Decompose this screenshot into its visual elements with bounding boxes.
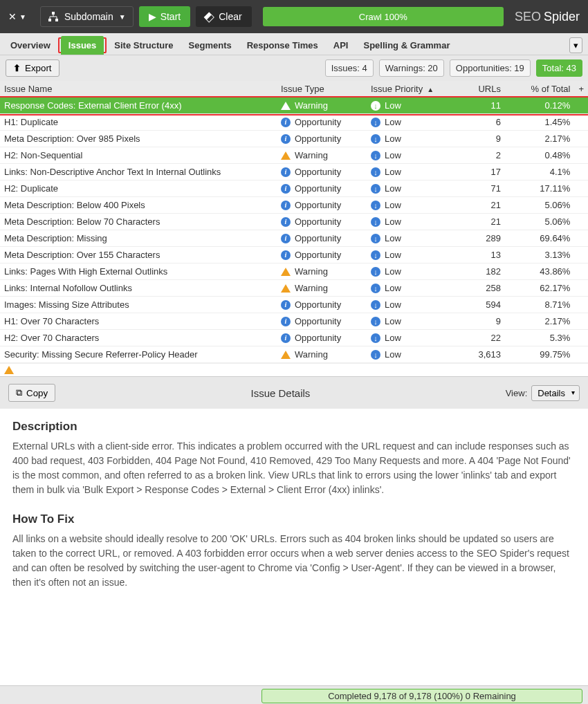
table-row[interactable]: Meta Description: Below 400 PixelsOpport… bbox=[0, 197, 588, 214]
issue-priority-cell: Low bbox=[367, 214, 457, 230]
pct-cell: 4.1% bbox=[505, 164, 574, 180]
urls-cell: 182 bbox=[457, 263, 505, 280]
urls-cell: 11 bbox=[457, 98, 505, 114]
urls-cell: 17 bbox=[457, 164, 505, 180]
copy-button[interactable]: ⧉ Copy bbox=[8, 384, 55, 402]
svg-rect-2 bbox=[55, 19, 58, 21]
tab-spelling-grammar[interactable]: Spelling & Grammar bbox=[356, 36, 457, 55]
table-row[interactable]: Links: Non-Descriptive Anchor Text In In… bbox=[0, 164, 588, 180]
table-row[interactable]: Meta Description: Below 70 CharactersOpp… bbox=[0, 214, 588, 230]
main-tabs: OverviewIssuesSite StructureSegmentsResp… bbox=[0, 33, 588, 55]
subdomain-mode-select[interactable]: Subdomain ▼ bbox=[40, 6, 134, 27]
issue-priority-cell: Low bbox=[367, 131, 457, 147]
table-row[interactable]: Meta Description: Over 155 CharactersOpp… bbox=[0, 247, 588, 263]
how-to-fix-heading: How To Fix bbox=[12, 512, 576, 526]
issue-type-cell: Warning bbox=[277, 147, 367, 164]
pct-cell: 1.45% bbox=[505, 114, 574, 131]
tab-response-times[interactable]: Response Times bbox=[239, 36, 326, 55]
tab-overview[interactable]: Overview bbox=[3, 36, 58, 55]
priority-low-icon bbox=[371, 134, 380, 144]
warning-icon bbox=[281, 151, 291, 160]
tabs-overflow-button[interactable]: ▾ bbox=[569, 37, 582, 53]
pct-cell: 8.71% bbox=[505, 297, 574, 313]
issue-name-cell: H1: Over 70 Characters bbox=[0, 313, 277, 330]
pct-cell: 2.17% bbox=[505, 313, 574, 330]
chevron-down-icon[interactable]: ▼ bbox=[19, 13, 26, 21]
close-icon[interactable]: ✕ bbox=[8, 11, 17, 22]
urls-cell: 9 bbox=[457, 313, 505, 330]
pct-cell: 5.3% bbox=[505, 330, 574, 346]
urls-cell: 6 bbox=[457, 114, 505, 131]
table-row[interactable]: H1: DuplicateOpportunityLow61.45% bbox=[0, 114, 588, 131]
start-button[interactable]: ▶ Start bbox=[139, 6, 191, 27]
table-row[interactable]: H2: Over 70 CharactersOpportunityLow225.… bbox=[0, 330, 588, 346]
main-toolbar: ✕ ▼ Subdomain ▼ ▶ Start ◧ Clear Crawl 10… bbox=[0, 0, 588, 33]
issue-name-cell: Meta Description: Over 985 Pixels bbox=[0, 131, 277, 147]
table-row[interactable]: Meta Description: Over 985 PixelsOpportu… bbox=[0, 131, 588, 147]
col-issue-name[interactable]: Issue Name bbox=[0, 81, 277, 98]
col-pct[interactable]: % of Total bbox=[505, 81, 574, 98]
how-to-fix-text: All links on a website should ideally re… bbox=[12, 532, 576, 590]
issues-count-chip[interactable]: Issues: 4 bbox=[325, 59, 374, 77]
priority-low-icon bbox=[371, 201, 380, 210]
details-title: Issue Details bbox=[55, 387, 506, 399]
issue-priority-cell: Low bbox=[367, 247, 457, 263]
issue-name-cell: H2: Duplicate bbox=[0, 180, 277, 197]
urls-cell: 71 bbox=[457, 180, 505, 197]
table-row[interactable]: Links: Internal Nofollow OutlinksWarning… bbox=[0, 280, 588, 297]
pct-cell: 3.13% bbox=[505, 247, 574, 263]
issue-priority-cell: Low bbox=[367, 164, 457, 180]
issue-name-cell: H2: Over 70 Characters bbox=[0, 330, 277, 346]
table-row[interactable]: H2: Non-SequentialWarningLow20.48% bbox=[0, 147, 588, 164]
warning-icon bbox=[281, 351, 291, 359]
issue-type-cell: Opportunity bbox=[277, 297, 367, 313]
total-count-chip[interactable]: Total: 43 bbox=[536, 59, 582, 77]
clear-button[interactable]: ◧ Clear bbox=[196, 6, 251, 27]
issue-name-cell: H2: Non-Sequential bbox=[0, 147, 277, 164]
svg-rect-0 bbox=[52, 12, 55, 15]
urls-cell: 21 bbox=[457, 214, 505, 230]
tab-segments[interactable]: Segments bbox=[181, 36, 239, 55]
tab-site-structure[interactable]: Site Structure bbox=[107, 36, 181, 55]
table-row[interactable]: H2: DuplicateOpportunityLow7117.11% bbox=[0, 180, 588, 197]
table-row[interactable]: H1: Over 70 CharactersOpportunityLow92.1… bbox=[0, 313, 588, 330]
view-select[interactable]: Details bbox=[531, 385, 580, 401]
tab-api[interactable]: API bbox=[326, 36, 356, 55]
priority-low-icon bbox=[371, 167, 380, 177]
issue-priority-cell: Low bbox=[367, 230, 457, 247]
tab-issues[interactable]: Issues bbox=[61, 36, 104, 55]
status-progress: Completed 9,178 of 9,178 (100%) 0 Remain… bbox=[261, 689, 582, 703]
issue-type-cell: Opportunity bbox=[277, 247, 367, 263]
priority-low-icon bbox=[371, 284, 380, 293]
export-button[interactable]: ⬆ Export bbox=[6, 59, 59, 77]
priority-low-icon bbox=[371, 217, 380, 227]
issue-name-cell: Security: Missing Secure Referrer-Policy… bbox=[0, 346, 277, 363]
table-row[interactable]: Links: Pages With High External Outlinks… bbox=[0, 263, 588, 280]
issue-name-cell: Images: Missing Size Attributes bbox=[0, 297, 277, 313]
issue-priority-cell: Low bbox=[367, 297, 457, 313]
table-row[interactable]: Response Codes: External Client Error (4… bbox=[0, 98, 588, 114]
issue-type-cell: Opportunity bbox=[277, 330, 367, 346]
table-row[interactable]: Security: Missing Secure Referrer-Policy… bbox=[0, 346, 588, 363]
issue-type-cell: Opportunity bbox=[277, 313, 367, 330]
urls-cell: 289 bbox=[457, 230, 505, 247]
issue-name-cell: Meta Description: Below 400 Pixels bbox=[0, 197, 277, 214]
col-issue-type[interactable]: Issue Type bbox=[277, 81, 367, 98]
table-row[interactable]: Images: Missing Size AttributesOpportuni… bbox=[0, 297, 588, 313]
info-icon bbox=[281, 201, 291, 210]
issue-priority-cell: Low bbox=[367, 114, 457, 131]
info-icon bbox=[281, 217, 291, 227]
app-title: SEO Spider bbox=[515, 10, 580, 24]
info-icon bbox=[281, 134, 291, 144]
pct-cell: 0.48% bbox=[505, 147, 574, 164]
col-urls[interactable]: URLs bbox=[457, 81, 505, 98]
table-row[interactable]: Meta Description: MissingOpportunityLow2… bbox=[0, 230, 588, 247]
warnings-count-chip[interactable]: Warnings: 20 bbox=[379, 59, 444, 77]
col-issue-priority[interactable]: Issue Priority▲ bbox=[367, 81, 457, 98]
info-icon bbox=[281, 234, 291, 243]
issue-type-cell: Opportunity bbox=[277, 230, 367, 247]
urls-cell: 22 bbox=[457, 330, 505, 346]
urls-cell: 21 bbox=[457, 197, 505, 214]
opportunities-count-chip[interactable]: Opportunities: 19 bbox=[450, 59, 531, 77]
add-column-button[interactable]: + bbox=[574, 81, 588, 98]
